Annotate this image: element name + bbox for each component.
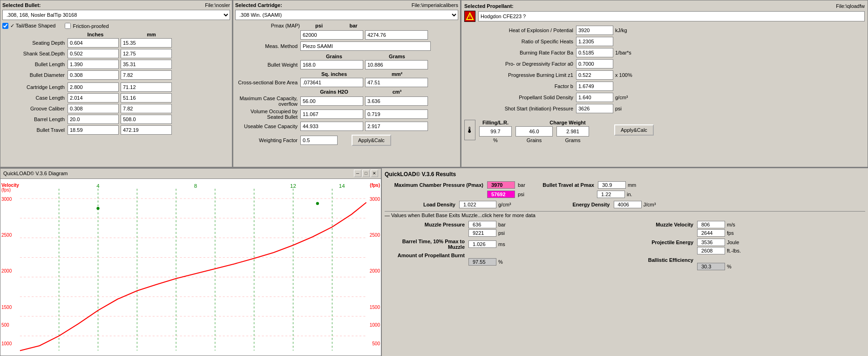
tail-base-checkbox[interactable]: [2, 23, 8, 29]
bullet-travel-label: Bullet Travel: [2, 127, 68, 133]
solid-density-input[interactable]: [576, 93, 613, 102]
groove-caliber-mm-input[interactable]: [121, 104, 172, 113]
bullet-travel-in-value: 1.22: [597, 191, 625, 198]
useable-cm3-input[interactable]: [365, 122, 428, 131]
ratio-specific-input[interactable]: [576, 37, 613, 46]
bullet-diameter-in-input[interactable]: [68, 70, 119, 80]
charge-grams-input[interactable]: [556, 126, 589, 137]
burning-rate-input[interactable]: [576, 48, 613, 57]
muzzle-pressure-psi-value: 9221: [468, 229, 496, 237]
bullet-travel-mm-input[interactable]: [121, 125, 172, 135]
charge-grains-input[interactable]: [515, 126, 553, 137]
case-length-mm-input[interactable]: [121, 93, 172, 103]
shank-seat-in-input[interactable]: [68, 49, 119, 58]
muzzle-section-header[interactable]: — Values when Bullet Base Exits Muzzle..…: [385, 211, 865, 219]
svg-text:14: 14: [339, 183, 345, 189]
load-density-unit: g/cm³: [498, 202, 511, 207]
muzzle-velocity-fps-value: 2644: [697, 229, 725, 237]
solid-density-unit: g/cm³: [615, 95, 628, 100]
bullet-travel-in-unit: in.: [627, 192, 632, 197]
results-title: QuickLOAD© V.3.6 Results: [385, 171, 865, 178]
bullet-diameter-mm-input[interactable]: [121, 70, 172, 80]
bullet-panel-title: Selected Bullet:: [2, 2, 41, 8]
velocity-chart-svg: 4 8 12 14: [0, 179, 381, 356]
case-length-in-input[interactable]: [68, 93, 119, 103]
seating-depth-in-input[interactable]: [68, 38, 119, 48]
propellant-icon: !: [464, 11, 475, 22]
propellant-apply-calc-button[interactable]: Apply&Calc: [614, 124, 654, 136]
meas-method-label: Meas. Method: [235, 43, 300, 49]
thermometer-icon: 🌡: [464, 120, 475, 140]
filling-pct-unit: %: [479, 137, 512, 143]
load-density-value: 1.022: [459, 201, 496, 208]
muzzle-pressure-psi-unit: psi: [498, 230, 505, 236]
mm-col-header: mm: [123, 32, 179, 37]
pmax-psi-value: 57692: [487, 191, 515, 198]
bullet-file-label: File:\nosler: [205, 2, 230, 8]
vol-seated-cm3-input[interactable]: [365, 110, 428, 119]
heat-explosion-unit: kJ/kg: [615, 27, 627, 33]
useable-gr-input[interactable]: [300, 122, 363, 131]
friction-proofed-label[interactable]: Friction-proofed: [65, 23, 108, 29]
bullet-length-mm-input[interactable]: [121, 60, 172, 69]
shank-seat-mm-input[interactable]: [121, 49, 172, 58]
bullet-travel-pmax-unit: mm: [628, 182, 636, 188]
bullet-dropdown[interactable]: .308, 168, Nosler BalTip 30168: [2, 10, 230, 20]
svg-text:12: 12: [290, 183, 296, 189]
max-case-label: Maximum Case Capacity, overflow: [235, 96, 300, 107]
cm3-header: cm³: [366, 89, 428, 95]
tail-base-checkbox-label[interactable]: ✓ Tail/Base Shaped: [2, 23, 55, 29]
energy-density-value: 4006: [614, 201, 642, 208]
muzzle-velocity-ms-value: 806: [697, 221, 725, 228]
y-1000-right: 1000: [370, 322, 380, 328]
cartridge-length-mm-input[interactable]: [121, 82, 172, 92]
groove-caliber-label: Groove Caliber: [2, 106, 68, 111]
degressivity-input[interactable]: [576, 59, 613, 68]
cartridge-dropdown[interactable]: .308 Win. (SAAMI): [235, 10, 458, 20]
proj-energy-label: Projectile Energy: [627, 240, 697, 245]
friction-proofed-checkbox[interactable]: [65, 23, 71, 29]
barrel-length-mm-input[interactable]: [121, 115, 172, 124]
pmax-bar-input[interactable]: [365, 30, 428, 40]
bullet-travel-in-input[interactable]: [68, 125, 119, 135]
degressivity-label: Pro- or Degressivity Factor a0: [464, 61, 576, 67]
diagram-minimize-btn[interactable]: ─: [354, 170, 361, 177]
pmax-psi-input[interactable]: [300, 30, 363, 40]
proj-energy-ft-unit: ft.-lbs.: [727, 248, 741, 253]
bore-area-mm2-input[interactable]: [365, 78, 428, 87]
diagram-restore-btn[interactable]: □: [362, 170, 370, 177]
heat-explosion-input[interactable]: [576, 26, 613, 35]
seating-depth-label: Seating Depth: [2, 40, 68, 46]
ratio-specific-label: Ratio of Specific Heats: [464, 39, 576, 44]
useable-label: Useable Case Capacity: [235, 123, 300, 129]
svg-point-22: [96, 207, 99, 210]
bore-area-sq-input[interactable]: [300, 78, 363, 87]
bullet-weight-gr-input[interactable]: [300, 60, 363, 69]
groove-caliber-in-input[interactable]: [68, 104, 119, 113]
prog-burn-unit: x 100%: [615, 72, 632, 78]
vol-seated-gr-input[interactable]: [300, 110, 363, 119]
shot-start-input[interactable]: [576, 104, 613, 113]
shot-start-unit: psi: [615, 106, 622, 111]
max-case-cm3-input[interactable]: [365, 96, 428, 106]
propellant-name-input[interactable]: [478, 11, 865, 21]
factor-b-input[interactable]: [576, 82, 613, 91]
filling-pct-input[interactable]: [479, 126, 512, 137]
barrel-length-in-input[interactable]: [68, 115, 119, 124]
bullet-weight-gm-input[interactable]: [365, 60, 428, 69]
max-case-gr-input[interactable]: [300, 96, 363, 106]
pmax-label: Pmax (MAP): [235, 23, 303, 28]
cartridge-length-in-input[interactable]: [68, 82, 119, 92]
prog-burn-input[interactable]: [576, 70, 613, 80]
bullet-length-in-input[interactable]: [68, 60, 119, 69]
seating-depth-mm-input[interactable]: [121, 38, 172, 48]
proj-energy-ft-value: 2608: [697, 247, 725, 254]
inches-col-header: Inches: [68, 32, 123, 37]
diagram-close-btn[interactable]: ✕: [371, 170, 378, 177]
meas-method-input[interactable]: [300, 41, 431, 51]
cartridge-apply-calc-button[interactable]: Apply&Calc: [352, 135, 391, 146]
prog-burn-label: Progressive Burning Limit z1: [464, 72, 576, 78]
weighting-input[interactable]: [300, 136, 338, 145]
pmax-psi-unit: psi: [518, 192, 524, 197]
pmax-results-label: Maximum Chamber Pressure (Pmax): [385, 182, 487, 188]
